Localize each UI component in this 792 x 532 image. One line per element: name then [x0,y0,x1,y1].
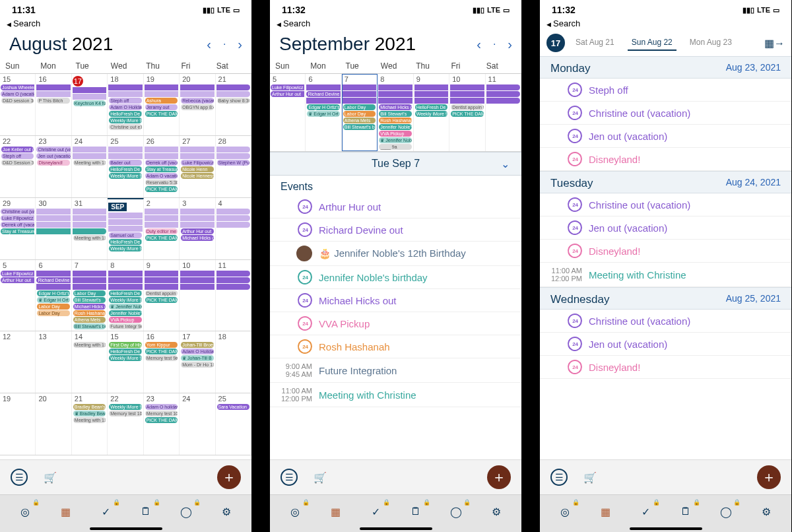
next-month-button[interactable]: › [238,37,242,52]
event-row[interactable]: 24Steph off [540,79,791,102]
next-month-button[interactable]: › [508,37,512,52]
day-cell[interactable]: 14Meeting with 11a [72,331,108,393]
day-cell[interactable]: 7Labor DayLabor DayAthena MetsBill Stewa… [342,74,378,151]
day-cell[interactable]: 6Richard Devine outEdgar H Ortiz's♛ Edga… [36,260,71,331]
day-cell[interactable]: 11 [216,260,251,331]
event-row[interactable]: 24VVA Pickup [270,312,521,335]
day-cell[interactable]: 12 [0,331,36,393]
event-row[interactable]: 24Christine out (vacation) [540,310,791,333]
agenda-list[interactable]: MondayAug 23, 202124Steph off24Christine… [540,56,791,379]
prev-month-button[interactable]: ‹ [477,37,481,52]
day-cell[interactable]: 5Luke Filipowicz (Arthur Hur out [270,74,306,151]
event-row[interactable]: 24Rosh Hashanah [270,335,521,358]
event-row[interactable]: 24Jen out (vacation) [540,216,791,240]
day-cell[interactable]: 30 [36,198,71,259]
day-cell[interactable]: 22Weekly iMore 9aMemory test 10a [108,393,143,455]
event-row[interactable]: 🎂 Jennifer Noble's 12th Birthday [270,242,521,266]
day-cell[interactable]: 27Luke Filipowicz (vacation)Nicole HennN… [180,136,215,197]
day-cell[interactable]: 16P This Bitch [36,74,71,135]
day-cell[interactable]: 21Bradley Bean's b♛ Bradley BeaMeeting w… [72,393,108,455]
day-cell[interactable]: 23Adam O holidayMemory test 10aPICK THE … [144,393,180,455]
day-cell[interactable]: 25Sara Vacation [216,393,251,455]
event-row[interactable]: 11:00 AM12:00 PMMeeting with Christine [270,383,521,407]
day-cell[interactable]: 26Derrek off (vacation)Stay at Treasure … [144,136,180,197]
day-cell[interactable]: 29Christine out (vaLuke Filipowicz (vaca… [0,198,36,259]
day-cell[interactable]: SEPSamuel outHelloFresh De 8aWeekly iMor… [108,198,143,259]
events-list[interactable]: 24Arthur Hur out24Richard Devine out🎂 Je… [270,195,521,407]
event-row[interactable]: 24Michael Hicks out [270,289,521,312]
day-cell[interactable]: 10 [180,260,215,331]
strip-day[interactable]: Sat Aug 21 [572,35,618,51]
day-cell[interactable]: 24 [180,393,215,455]
day-cell[interactable]: 11 [486,74,521,151]
tab-focus[interactable]: ◎🔒 [9,500,41,523]
add-event-button[interactable]: ＋ [487,465,511,489]
strip-day[interactable]: Mon Aug 23 [686,35,736,51]
day-cell[interactable]: 25Bader outHelloFresh De 8aWeekly iMore … [108,136,143,197]
day-cell[interactable]: 9HelloFresh De 8aWeekly iMore 9a [414,74,449,151]
selected-day-bar[interactable]: Tue Sep 7 ⌄ [270,152,521,176]
month-grid[interactable]: 15Joshua WheelerAdam O (vacation)D&D ses… [0,74,251,455]
event-row[interactable]: 9:00 AM9:45 AMFuture Integration [270,358,521,383]
back-button[interactable]: Search [540,17,791,30]
cart-icon[interactable]: 🛒 [314,471,327,484]
tab-settings[interactable]: ⚙ [211,500,242,523]
add-event-button[interactable]: ＋ [757,465,781,489]
event-row[interactable]: 24Jen out (vacation) [540,125,791,148]
back-button[interactable]: Search [270,17,521,30]
day-cell[interactable]: 20Rebecca (vacatOBGYN app 8:45a [180,74,215,135]
day-cell[interactable]: 17Keychron K4 fo [72,74,108,135]
date-strip[interactable]: 17 Sat Aug 21Sun Aug 22Mon Aug 23 ▦→ [540,30,791,56]
week-row[interactable]: 5Luke Filipowicz (Arthur Hur out6Richard… [270,74,521,152]
day-cell[interactable]: 23Christine out (vacation)Jen out (vacat… [36,136,71,197]
cart-icon[interactable]: 🛒 [583,471,597,484]
tab-notes[interactable]: 🗒🔒 [130,500,162,523]
menu-button[interactable]: ☰ [11,469,28,486]
day-cell[interactable]: 3Arthur Hur outMichael Hicks o [180,198,215,259]
strip-day[interactable]: Sun Aug 22 [628,35,676,51]
day-cell[interactable]: 4 [216,198,251,259]
day-cell[interactable]: 16Yom KippurPICK THE DAM 6pMemory test 9… [144,331,180,393]
chevron-down-icon[interactable]: ⌄ [501,158,510,170]
day-cell[interactable]: 6Richard Devine outEdgar H Ortiz's♛ Edga… [306,74,341,151]
day-cell[interactable]: 19AshuraJeramy outPICK THE DAM 6p [144,74,180,135]
today-dot[interactable]: · [223,38,226,50]
day-cell[interactable]: 18Steph offAdam O HolidayHelloFresh De 8… [108,74,143,135]
tab-tasks[interactable]: ✓🔒 [90,500,121,523]
event-row[interactable]: 24Jen out (vacation) [540,333,791,356]
day-cell[interactable]: 8HelloFresh De 8aWeekly iMore 9a♛ Jennif… [108,260,143,331]
event-row[interactable]: 24Richard Devine out [270,218,521,242]
calendar-picker-icon[interactable]: ▦→ [764,37,785,50]
menu-button[interactable]: ☰ [550,469,568,486]
day-cell[interactable]: 8Michael Hicks oBill Stewart'sRosh Hasha… [378,74,413,151]
day-cell[interactable]: 24Meeting with 11a [72,136,108,197]
tab-contacts[interactable]: ◯🔒 [170,500,202,523]
day-cell[interactable]: 15Joshua WheelerAdam O (vacation)D&D ses… [0,74,36,135]
today-badge[interactable]: 17 [546,34,565,52]
day-cell[interactable]: 10Dentist appoin 9aPICK THE DAM 6p [449,74,485,151]
day-cell[interactable]: 2Duty editor me 8aPICK THE DAM 6p [144,198,180,259]
day-cell[interactable]: 31Meeting with 11a [72,198,108,259]
day-cell[interactable]: 13 [36,331,71,393]
day-cell[interactable]: 15First Day of HispHelloFresh De 8aWeekl… [108,331,143,393]
event-row[interactable]: 24Jennifer Noble's birthday [270,266,521,289]
day-cell[interactable]: 19 [0,393,36,455]
event-row[interactable]: 24Christine out (vacation) [540,102,791,125]
day-cell[interactable]: 20 [36,393,71,455]
event-row[interactable]: 24Disneyland! [540,356,791,379]
tab-calendar[interactable]: ▦ [50,500,81,523]
day-cell[interactable]: 9Dentist appoin 9aPICK THE DAM 6p [144,260,180,331]
event-row[interactable]: 11:00 AM12:00 PMMeeting with Christine [540,263,791,287]
day-cell[interactable]: 17Johan-Till BroerAdam O Holiday♛ Johan-… [180,331,215,393]
day-cell[interactable]: 22Joe Keller out (vSteph offD&D Session … [0,136,36,197]
cart-icon[interactable]: 🛒 [44,471,57,484]
back-button[interactable]: Search [0,17,251,30]
day-cell[interactable]: 28Stephen W (Pub [216,136,251,197]
day-cell[interactable]: 18 [216,331,251,393]
event-row[interactable]: 24Disneyland! [540,148,791,171]
event-row[interactable]: 24Arthur Hur out [270,195,521,218]
day-cell[interactable]: 5Luke Filipowicz oArthur Hur out [0,260,36,331]
prev-month-button[interactable]: ‹ [207,37,211,52]
day-cell[interactable]: 7Labor DayBill Stewart'sMichael Hicks oR… [72,260,108,331]
event-row[interactable]: 24Disneyland! [540,240,791,263]
